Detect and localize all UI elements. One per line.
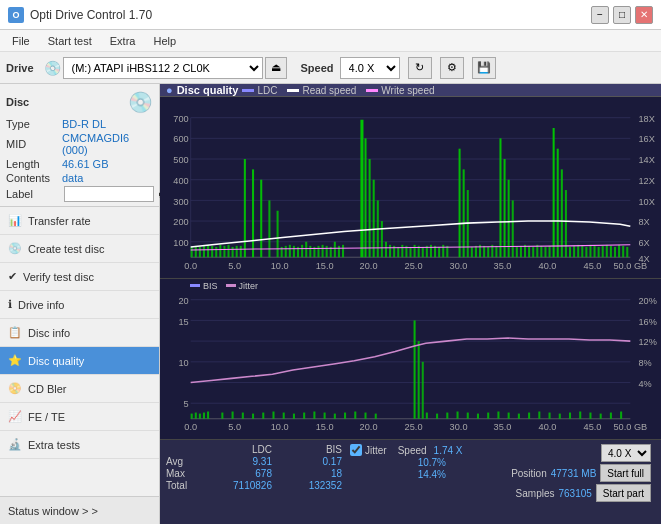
- main-content: Disc 💿 Type BD-R DL MID CMCMAGDI6 (000) …: [0, 84, 661, 524]
- sidebar-item-create-test-disc[interactable]: 💿 Create test disc: [0, 235, 159, 263]
- svg-rect-200: [569, 412, 571, 418]
- svg-rect-103: [504, 159, 506, 257]
- chart-top: 700 600 500 400 300 200 100 18X 16X 14X …: [160, 97, 661, 279]
- svg-rect-42: [215, 247, 217, 257]
- svg-text:20.0: 20.0: [360, 422, 378, 432]
- svg-rect-83: [414, 245, 416, 257]
- save-button[interactable]: 💾: [472, 57, 496, 79]
- svg-rect-106: [516, 247, 518, 257]
- total-label: Total: [166, 480, 202, 491]
- svg-rect-131: [618, 245, 620, 257]
- drive-select[interactable]: (M:) ATAPI iHBS112 2 CL0K: [63, 57, 263, 79]
- create-test-disc-label: Create test disc: [28, 243, 104, 255]
- svg-rect-121: [577, 245, 579, 257]
- drive-icon: 💿: [44, 60, 61, 76]
- svg-rect-128: [606, 245, 608, 257]
- sidebar-item-transfer-rate[interactable]: 📊 Transfer rate: [0, 207, 159, 235]
- svg-rect-39: [203, 246, 205, 257]
- svg-text:6X: 6X: [639, 238, 650, 248]
- svg-rect-162: [191, 414, 193, 419]
- svg-text:18X: 18X: [639, 114, 655, 124]
- disc-icon: 💿: [128, 90, 153, 114]
- sidebar-item-disc-quality[interactable]: ⭐ Disc quality: [0, 347, 159, 375]
- svg-text:50.0 GB: 50.0 GB: [613, 261, 647, 271]
- svg-rect-123: [585, 247, 587, 257]
- svg-text:12%: 12%: [639, 337, 657, 347]
- svg-rect-50: [252, 169, 254, 257]
- label-input[interactable]: [64, 186, 154, 202]
- svg-rect-48: [240, 246, 242, 257]
- svg-text:200: 200: [173, 217, 188, 227]
- fe-te-label: FE / TE: [28, 411, 65, 423]
- svg-rect-104: [508, 180, 510, 258]
- transfer-rate-icon: 📊: [8, 214, 22, 227]
- close-button[interactable]: ✕: [635, 6, 653, 24]
- cd-bler-label: CD Bler: [28, 383, 67, 395]
- svg-rect-182: [375, 414, 377, 419]
- svg-rect-67: [334, 242, 336, 258]
- jitter-checkbox[interactable]: [350, 444, 362, 456]
- svg-text:35.0: 35.0: [494, 422, 512, 432]
- svg-rect-36: [191, 247, 193, 257]
- sidebar-item-extra-tests[interactable]: 🔬 Extra tests: [0, 431, 159, 459]
- svg-rect-107: [520, 246, 522, 257]
- svg-rect-193: [497, 411, 499, 418]
- contents-value: data: [62, 172, 83, 184]
- maximize-button[interactable]: □: [613, 6, 631, 24]
- svg-rect-176: [313, 411, 315, 418]
- drive-bar: Drive 💿 (M:) ATAPI iHBS112 2 CL0K ⏏ Spee…: [0, 52, 661, 84]
- svg-rect-37: [195, 246, 197, 257]
- svg-text:8X: 8X: [639, 217, 650, 227]
- svg-text:15.0: 15.0: [316, 261, 334, 271]
- sidebar-item-fe-te[interactable]: 📈 FE / TE: [0, 403, 159, 431]
- menu-file[interactable]: File: [4, 33, 38, 49]
- svg-rect-73: [373, 180, 375, 258]
- total-bis: 132352: [272, 480, 342, 491]
- start-part-button[interactable]: Start part: [596, 484, 651, 502]
- svg-rect-163: [195, 412, 197, 418]
- svg-text:400: 400: [173, 176, 188, 186]
- svg-text:12X: 12X: [639, 176, 655, 186]
- svg-text:10: 10: [178, 358, 188, 368]
- svg-rect-49: [244, 159, 246, 257]
- svg-rect-186: [426, 412, 428, 418]
- sidebar-item-cd-bler[interactable]: 📀 CD Bler: [0, 375, 159, 403]
- svg-rect-134: [160, 279, 661, 439]
- menu-extra[interactable]: Extra: [102, 33, 144, 49]
- status-window-button[interactable]: Status window > >: [0, 496, 159, 524]
- svg-rect-60: [305, 242, 307, 258]
- sidebar-item-drive-info[interactable]: ℹ Drive info: [0, 291, 159, 319]
- svg-rect-183: [414, 320, 416, 418]
- settings-button[interactable]: ⚙: [440, 57, 464, 79]
- ldc-header: LDC: [202, 444, 272, 455]
- svg-text:500: 500: [173, 155, 188, 165]
- svg-rect-76: [385, 242, 387, 258]
- svg-text:15: 15: [178, 316, 188, 326]
- svg-rect-192: [487, 412, 489, 418]
- svg-text:30.0: 30.0: [450, 261, 468, 271]
- svg-rect-47: [236, 246, 238, 257]
- menu-start-test[interactable]: Start test: [40, 33, 100, 49]
- menu-help[interactable]: Help: [145, 33, 184, 49]
- total-ldc: 7110826: [202, 480, 272, 491]
- sidebar-item-verify-test-disc[interactable]: ✔ Verify test disc: [0, 263, 159, 291]
- speed-select[interactable]: 4.0 X: [340, 57, 400, 79]
- svg-rect-93: [463, 169, 465, 257]
- disc-quality-label: Disc quality: [28, 355, 84, 367]
- svg-text:600: 600: [173, 134, 188, 144]
- svg-rect-56: [289, 245, 291, 257]
- svg-rect-177: [324, 412, 326, 418]
- svg-text:45.0: 45.0: [584, 261, 602, 271]
- svg-rect-188: [446, 412, 448, 418]
- minimize-button[interactable]: −: [591, 6, 609, 24]
- eject-button[interactable]: ⏏: [265, 57, 287, 79]
- sidebar-item-disc-info[interactable]: 📋 Disc info: [0, 319, 159, 347]
- svg-rect-189: [457, 411, 459, 418]
- refresh-button[interactable]: ↻: [408, 57, 432, 79]
- speed-dropdown[interactable]: 4.0 X: [601, 444, 651, 462]
- svg-text:700: 700: [173, 114, 188, 124]
- svg-rect-167: [221, 412, 223, 418]
- svg-text:10.0: 10.0: [271, 261, 289, 271]
- start-full-button[interactable]: Start full: [600, 464, 651, 482]
- svg-rect-87: [430, 245, 432, 257]
